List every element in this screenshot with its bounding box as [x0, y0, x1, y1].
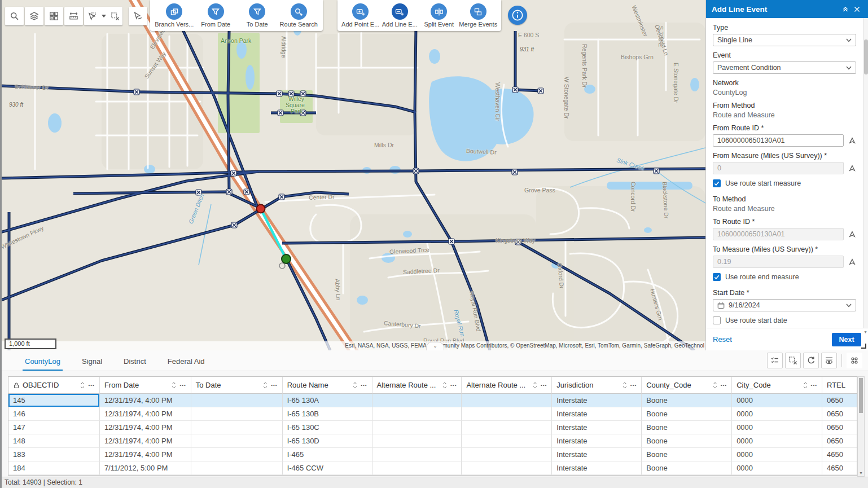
cell-jurisdiction[interactable]: Interstate	[552, 448, 642, 461]
column-menu-icon[interactable]: •••	[88, 383, 94, 388]
cell-alt-route-2[interactable]	[462, 407, 552, 421]
column-header-alternate-route-1[interactable]: Alternate Route ...•••	[372, 377, 462, 394]
cell-city-code[interactable]: 0000	[732, 461, 822, 475]
select-features-button[interactable]	[84, 7, 100, 25]
clear-table-selection-button[interactable]	[785, 353, 801, 368]
column-menu-icon[interactable]: •••	[450, 383, 457, 388]
table-row[interactable]: 148 12/31/1974, 4:00 PM I-65 130D Inters…	[8, 434, 857, 448]
cell-to-date[interactable]	[191, 434, 283, 448]
clear-selection-button[interactable]	[108, 7, 122, 25]
table-vertical-scrollbar[interactable]: ▾	[857, 376, 865, 477]
show-selected-records-button[interactable]	[767, 353, 783, 368]
tab-federal-aid[interactable]: Federal Aid	[165, 351, 207, 371]
cell-from-date[interactable]: 12/31/1974, 4:00 PM	[100, 448, 191, 461]
cell-from-date[interactable]: 12/31/1974, 4:00 PM	[100, 421, 191, 434]
cell-rtel[interactable]: 0650	[822, 394, 857, 407]
cell-route-name[interactable]: I-65 130A	[283, 394, 372, 407]
tool-branch-versions[interactable]: Branch Vers...	[154, 3, 195, 28]
column-menu-icon[interactable]: •••	[721, 383, 727, 388]
from-route-id-input[interactable]	[713, 134, 844, 147]
tab-signal[interactable]: Signal	[80, 351, 104, 371]
cell-from-date[interactable]: 7/11/2012, 5:00 PM	[100, 461, 191, 475]
cell-route-name[interactable]: I-465 CCW	[283, 461, 372, 475]
column-header-to-date[interactable]: To Date•••	[191, 377, 283, 394]
pick-to-route-on-map-button[interactable]	[844, 230, 856, 238]
next-button[interactable]: Next	[832, 333, 861, 346]
cell-jurisdiction[interactable]: Interstate	[552, 461, 642, 475]
cell-county-code[interactable]: Boone	[642, 394, 732, 407]
cell-route-name[interactable]: I-65 130D	[283, 434, 372, 448]
column-menu-icon[interactable]: •••	[541, 383, 547, 388]
start-date-picker[interactable]: 9/16/2024	[713, 299, 856, 311]
cell-alt-route-2[interactable]	[462, 461, 552, 475]
cell-objectid[interactable]: 146	[8, 407, 100, 421]
cell-to-date[interactable]	[191, 461, 283, 475]
column-menu-icon[interactable]: •••	[811, 383, 817, 388]
cell-city-code[interactable]: 0000	[732, 448, 822, 461]
cell-county-code[interactable]: Boone	[642, 448, 732, 461]
cell-to-date[interactable]	[191, 407, 283, 421]
cell-to-date[interactable]	[191, 394, 283, 407]
cell-objectid[interactable]: 148	[8, 434, 100, 448]
cell-to-date[interactable]	[191, 448, 283, 461]
cell-alt-route-1[interactable]	[372, 448, 462, 461]
tool-add-line-event[interactable]: Add Line E...	[380, 3, 420, 28]
cell-jurisdiction[interactable]: Interstate	[552, 407, 642, 421]
table-row[interactable]: 145 12/31/1974, 4:00 PM I-65 130A Inters…	[8, 394, 857, 407]
cell-alt-route-2[interactable]	[462, 421, 552, 434]
column-header-jurisdiction[interactable]: Jurisdiction•••	[552, 377, 642, 394]
tool-to-date[interactable]: To Date	[237, 3, 278, 28]
panel-scrollbar-thumb[interactable]	[864, 39, 868, 74]
panel-scrollbar[interactable]	[863, 18, 868, 328]
cell-county-code[interactable]: Boone	[642, 434, 732, 448]
map-view[interactable]: Elevated Way Sunset Way Anson Park Aldri…	[0, 0, 705, 350]
table-row[interactable]: 183 12/31/1974, 4:00 PM I-465 Interstate…	[8, 448, 857, 461]
attribution-toggle[interactable]: ⌄	[426, 342, 444, 350]
tab-district[interactable]: District	[121, 351, 148, 371]
use-route-end-measure-checkbox[interactable]	[713, 273, 721, 281]
cell-route-name[interactable]: I-65 130B	[283, 407, 372, 421]
table-row[interactable]: 146 12/31/1974, 4:00 PM I-65 130B Inters…	[8, 407, 857, 421]
cell-jurisdiction[interactable]: Interstate	[552, 394, 642, 407]
cell-alt-route-1[interactable]	[372, 461, 462, 475]
tool-split-event[interactable]: Split Event	[419, 3, 459, 28]
column-menu-icon[interactable]: •••	[271, 383, 277, 388]
pick-from-measure-on-map-button[interactable]	[844, 164, 856, 172]
cell-from-date[interactable]: 12/31/1974, 4:00 PM	[100, 394, 191, 407]
column-menu-icon[interactable]: •••	[179, 383, 186, 388]
tool-merge-events[interactable]: Merge Events	[459, 3, 498, 28]
table-vscroll-thumb[interactable]	[859, 378, 863, 413]
pick-from-route-on-map-button[interactable]	[844, 137, 856, 144]
cell-alt-route-1[interactable]	[372, 434, 462, 448]
cell-objectid[interactable]: 145	[8, 394, 100, 407]
cell-rtel[interactable]: 4650	[822, 448, 857, 461]
cell-city-code[interactable]: 0000	[732, 434, 822, 448]
table-row[interactable]: 184 7/11/2012, 5:00 PM I-465 CCW Interst…	[8, 461, 857, 475]
cell-city-code[interactable]: 0000	[732, 407, 822, 421]
type-select[interactable]: Single Line	[713, 34, 856, 46]
cell-rtel[interactable]: 0650	[822, 434, 857, 448]
scroll-down-arrow[interactable]: ▾	[858, 471, 864, 476]
column-header-county-code[interactable]: County_Code•••	[642, 377, 732, 394]
cell-route-name[interactable]: I-65 130C	[283, 421, 372, 434]
cell-city-code[interactable]: 0000	[732, 421, 822, 434]
cell-to-date[interactable]	[191, 421, 283, 434]
cell-objectid[interactable]: 147	[8, 421, 100, 434]
tab-countylog[interactable]: CountyLog	[23, 351, 63, 371]
cell-county-code[interactable]: Boone	[642, 407, 732, 421]
cell-rtel[interactable]: 4650	[822, 461, 857, 475]
column-header-city-code[interactable]: City_Code•••	[732, 377, 822, 394]
cell-objectid[interactable]: 183	[8, 448, 100, 461]
cell-alt-route-2[interactable]	[462, 394, 552, 407]
cell-rtel[interactable]: 0650	[822, 421, 857, 434]
map-canvas[interactable]	[0, 0, 705, 350]
use-route-start-date-checkbox[interactable]	[713, 316, 721, 324]
measure-button[interactable]	[64, 7, 83, 25]
cell-alt-route-1[interactable]	[372, 394, 462, 407]
reset-button[interactable]: Reset	[713, 335, 832, 344]
table-row[interactable]: 147 12/31/1974, 4:00 PM I-65 130C Inters…	[8, 421, 857, 434]
cell-county-code[interactable]: Boone	[642, 461, 732, 475]
close-panel-button[interactable]	[851, 3, 862, 15]
column-header-rtel[interactable]: RTEL	[822, 377, 857, 394]
cell-from-date[interactable]: 12/31/1974, 4:00 PM	[100, 407, 191, 421]
